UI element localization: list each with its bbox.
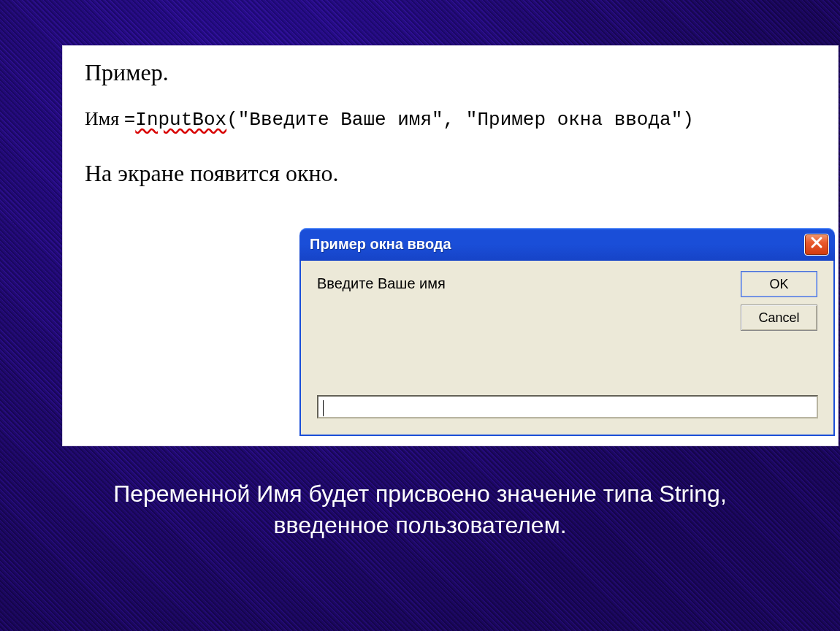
code-var: Имя bbox=[85, 108, 124, 129]
example-heading: Пример. bbox=[85, 59, 169, 86]
code-arg2: "Пример окна ввода" bbox=[466, 109, 682, 131]
code-fn: InputBox bbox=[135, 109, 226, 131]
document-panel: Пример. Имя =InputBox("Введите Ваше имя"… bbox=[62, 45, 839, 446]
dialog-prompt: Введите Ваше имя bbox=[317, 275, 446, 292]
close-icon bbox=[810, 236, 823, 253]
close-button[interactable] bbox=[804, 234, 829, 256]
dialog-titlebar[interactable]: Пример окна ввода bbox=[299, 228, 835, 261]
ok-button[interactable]: OK bbox=[741, 271, 817, 297]
code-open: ( bbox=[226, 109, 238, 131]
dialog-body: Введите Ваше имя OK Cancel bbox=[299, 261, 835, 436]
code-eq: = bbox=[124, 109, 136, 131]
dialog-title: Пример окна ввода bbox=[310, 236, 804, 253]
code-close: ) bbox=[682, 109, 694, 131]
inputbox-dialog: Пример окна ввода Введите Ваше имя OK Ca… bbox=[299, 228, 835, 436]
text-caret-icon bbox=[323, 400, 324, 416]
slide-caption: Переменной Имя будет присвоено значение … bbox=[0, 478, 840, 541]
code-arg1: "Введите Ваше имя" bbox=[238, 109, 443, 131]
result-text: На экране появится окно. bbox=[85, 160, 339, 187]
code-line: Имя =InputBox("Введите Ваше имя", "Приме… bbox=[85, 108, 694, 131]
cancel-button[interactable]: Cancel bbox=[741, 305, 817, 331]
code-comma: , bbox=[443, 109, 466, 131]
name-input[interactable] bbox=[317, 395, 818, 418]
